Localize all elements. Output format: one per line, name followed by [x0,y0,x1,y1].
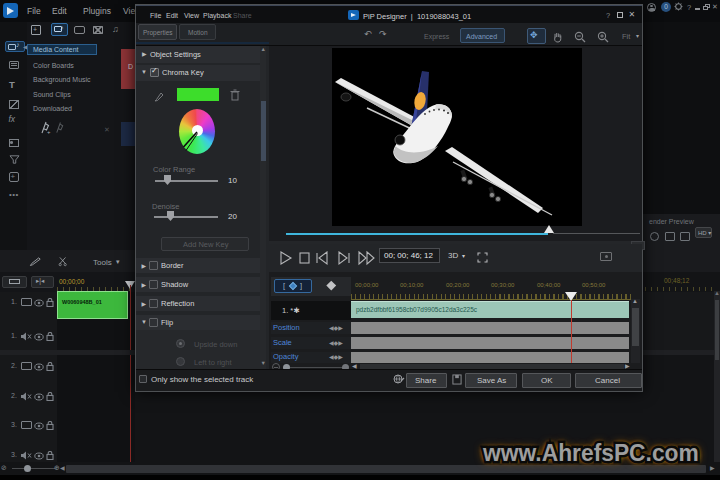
svg-text:+: + [47,129,51,135]
